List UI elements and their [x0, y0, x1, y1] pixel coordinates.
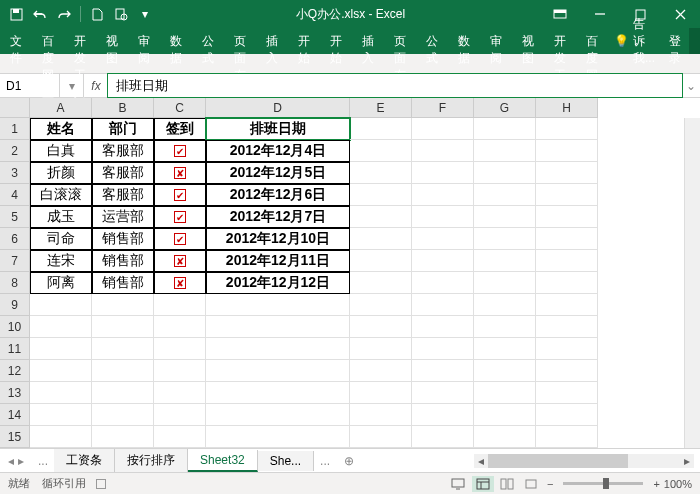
cell[interactable] [206, 382, 350, 404]
cell[interactable] [474, 184, 536, 206]
cell[interactable]: 2012年12月5日 [206, 162, 350, 184]
cell[interactable] [350, 206, 412, 228]
cell[interactable]: 2012年12月4日 [206, 140, 350, 162]
cell[interactable]: 白真 [30, 140, 92, 162]
cell[interactable] [536, 272, 598, 294]
cell[interactable] [536, 228, 598, 250]
cell[interactable] [474, 250, 536, 272]
cell[interactable] [206, 316, 350, 338]
row-headers[interactable]: 123456789101112131415 [0, 118, 30, 448]
view-layout-icon[interactable] [496, 476, 518, 492]
cell[interactable] [350, 316, 412, 338]
cell[interactable] [30, 404, 92, 426]
tab-公式[interactable]: 公式 [192, 28, 224, 54]
select-all-corner[interactable] [0, 98, 30, 118]
cell[interactable] [536, 140, 598, 162]
row-header[interactable]: 6 [0, 228, 30, 250]
cell[interactable] [474, 228, 536, 250]
ribbon-options-icon[interactable] [540, 0, 580, 28]
row-header[interactable]: 1 [0, 118, 30, 140]
tab-file[interactable]: 文件 [0, 28, 32, 54]
row-header[interactable]: 13 [0, 382, 30, 404]
tab-插入[interactable]: 插入 [256, 28, 288, 54]
cell[interactable]: 2012年12月6日 [206, 184, 350, 206]
ribbon-tab[interactable]: 百度网盘 [576, 28, 608, 54]
cell[interactable] [30, 382, 92, 404]
sheet-prev-icon[interactable]: ◂ [8, 454, 14, 468]
cell[interactable] [154, 426, 206, 448]
cell[interactable]: 2012年12月12日 [206, 272, 350, 294]
sheet-tab[interactable]: She... [258, 451, 314, 471]
cell[interactable] [350, 338, 412, 360]
view-pagebreak-icon[interactable] [520, 476, 542, 492]
cell[interactable] [154, 294, 206, 316]
cell[interactable] [350, 360, 412, 382]
cell[interactable] [474, 140, 536, 162]
tab-审阅[interactable]: 审阅 [128, 28, 160, 54]
row-header[interactable]: 10 [0, 316, 30, 338]
cell[interactable] [412, 272, 474, 294]
close-icon[interactable] [660, 0, 700, 28]
login-button[interactable]: 登录 [661, 28, 689, 54]
cell[interactable] [92, 426, 154, 448]
cell[interactable] [412, 294, 474, 316]
row-header[interactable]: 12 [0, 360, 30, 382]
cell[interactable]: ✔ [154, 184, 206, 206]
row-header[interactable]: 11 [0, 338, 30, 360]
cell[interactable] [536, 382, 598, 404]
col-header[interactable]: C [154, 98, 206, 118]
tab-百度网盘[interactable]: 百度网盘 [32, 28, 64, 54]
sheet-tab[interactable]: 工资条 [54, 449, 115, 472]
cell[interactable]: 姓名 [30, 118, 92, 140]
cell[interactable] [350, 294, 412, 316]
horizontal-scrollbar[interactable]: ◂ ▸ [474, 454, 694, 468]
hscroll-right-icon[interactable]: ▸ [680, 454, 694, 468]
new-sheet-icon[interactable]: ⊕ [336, 454, 362, 468]
col-header[interactable]: F [412, 98, 474, 118]
cell[interactable]: 司命 [30, 228, 92, 250]
cell[interactable] [536, 316, 598, 338]
cell[interactable] [350, 184, 412, 206]
cell[interactable] [536, 360, 598, 382]
new-icon[interactable] [87, 4, 107, 24]
vertical-scrollbar[interactable] [684, 118, 700, 448]
ribbon-tab[interactable]: 开发工具 [544, 28, 576, 54]
cell[interactable]: 签到 [154, 118, 206, 140]
fx-icon[interactable]: fx [84, 79, 108, 93]
cell[interactable]: 客服部 [92, 140, 154, 162]
cell[interactable] [412, 162, 474, 184]
col-header[interactable]: G [474, 98, 536, 118]
cell[interactable] [154, 382, 206, 404]
cell[interactable] [206, 404, 350, 426]
cell[interactable]: 2012年12月7日 [206, 206, 350, 228]
cell[interactable] [536, 404, 598, 426]
cell[interactable] [536, 184, 598, 206]
cell[interactable]: ✔ [154, 206, 206, 228]
cell[interactable] [154, 338, 206, 360]
cell[interactable]: 白滚滚 [30, 184, 92, 206]
cell[interactable] [412, 228, 474, 250]
cell[interactable]: 阿离 [30, 272, 92, 294]
view-normal-icon[interactable] [472, 476, 494, 492]
cell[interactable]: 部门 [92, 118, 154, 140]
zoom-in-icon[interactable]: + [653, 478, 659, 490]
ribbon-tab[interactable]: 开始 [320, 28, 352, 54]
cell[interactable] [154, 360, 206, 382]
cell[interactable] [154, 316, 206, 338]
cell[interactable] [412, 360, 474, 382]
cell[interactable] [30, 316, 92, 338]
share-button[interactable]: 共享 [689, 28, 700, 54]
row-header[interactable]: 3 [0, 162, 30, 184]
cell[interactable] [536, 338, 598, 360]
name-box-dropdown-icon[interactable]: ▾ [60, 74, 84, 97]
cell[interactable] [350, 118, 412, 140]
row-header[interactable]: 15 [0, 426, 30, 448]
cell[interactable] [30, 338, 92, 360]
cell[interactable]: 销售部 [92, 250, 154, 272]
zoom-out-icon[interactable]: − [547, 478, 553, 490]
cell[interactable]: 客服部 [92, 162, 154, 184]
cell[interactable] [30, 426, 92, 448]
formula-expand-icon[interactable]: ⌄ [682, 79, 700, 93]
ribbon-tab[interactable]: 审阅 [480, 28, 512, 54]
cell[interactable] [474, 272, 536, 294]
